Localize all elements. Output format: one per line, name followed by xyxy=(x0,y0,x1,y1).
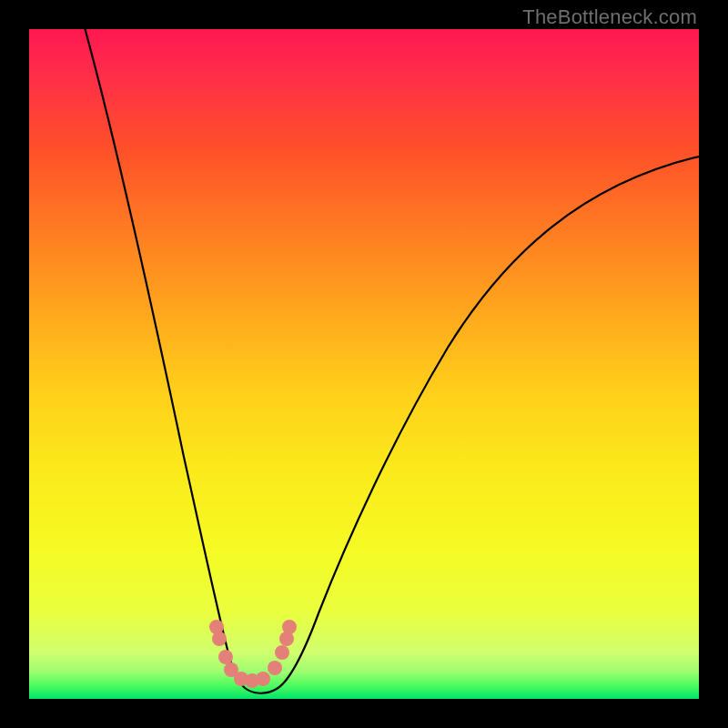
svg-point-1 xyxy=(212,632,227,646)
chart-svg xyxy=(29,29,699,699)
svg-point-7 xyxy=(268,661,282,675)
svg-point-8 xyxy=(275,645,289,660)
svg-point-10 xyxy=(282,620,297,634)
gradient-background xyxy=(29,29,699,699)
svg-point-2 xyxy=(218,650,233,664)
plot-area xyxy=(29,29,699,699)
svg-point-6 xyxy=(256,672,270,686)
watermark-text: TheBottleneck.com xyxy=(522,5,697,29)
